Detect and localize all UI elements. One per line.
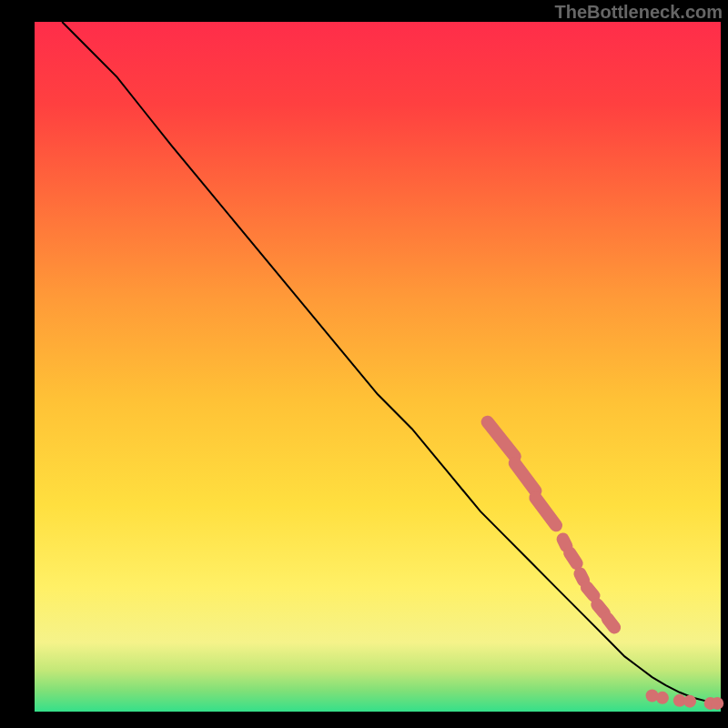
marker-dash xyxy=(580,573,583,581)
marker-dash xyxy=(563,540,567,547)
marker-dash xyxy=(570,553,577,563)
marker-dot xyxy=(656,692,669,704)
gradient-background xyxy=(35,22,721,712)
chart-frame: TheBottleneck.com xyxy=(0,0,728,728)
watermark-text: TheBottleneck.com xyxy=(555,2,723,23)
chart-svg xyxy=(0,0,728,728)
marker-dash xyxy=(608,619,615,628)
marker-dash xyxy=(597,605,604,613)
marker-dot xyxy=(711,697,723,710)
marker-dot xyxy=(683,695,696,708)
marker-dash xyxy=(587,588,594,596)
